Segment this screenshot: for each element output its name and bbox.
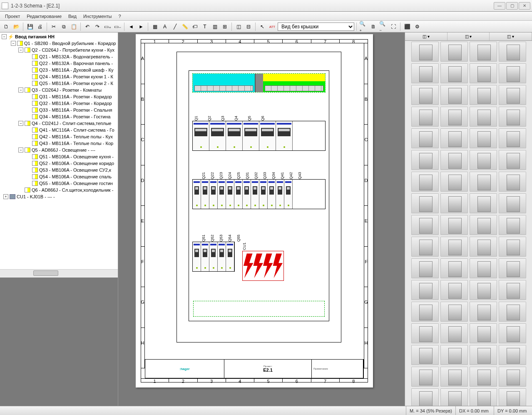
menu-tools[interactable]: Инструменты xyxy=(80,13,115,20)
palette-item[interactable] xyxy=(499,128,526,148)
tree-item[interactable]: −Q1 - SB280 - Вводной рубильник - Коридо… xyxy=(1,40,117,47)
menu-edit[interactable]: Редактирование xyxy=(23,13,65,20)
palette-item[interactable] xyxy=(440,42,468,62)
zoom-out-icon[interactable]: 🔍₋ xyxy=(379,22,388,31)
palette-item[interactable] xyxy=(470,215,497,235)
breaker-device[interactable] xyxy=(209,180,218,209)
palette-item[interactable] xyxy=(411,280,439,300)
breaker-device[interactable] xyxy=(234,180,243,209)
expander-icon[interactable]: − xyxy=(18,48,23,52)
tree-item[interactable]: +CU1 - KJ01B - --- - xyxy=(1,193,117,200)
palette-item[interactable] xyxy=(470,172,497,192)
tree-item[interactable]: Q51 - MB106A - Освещение кухня - xyxy=(1,153,117,160)
item2-icon[interactable]: ⊟ xyxy=(244,22,253,31)
palette-item[interactable] xyxy=(499,323,526,343)
palette-item[interactable] xyxy=(499,150,526,170)
palette-item[interactable] xyxy=(440,323,468,343)
palette-item[interactable] xyxy=(470,85,497,105)
tree-item[interactable]: Q33 - MB116A - Розетки - Спальня xyxy=(1,107,117,113)
palette-body[interactable] xyxy=(405,41,532,406)
palette-item[interactable] xyxy=(411,237,439,257)
expander-icon[interactable]: − xyxy=(18,121,23,126)
att-icon[interactable]: ATT xyxy=(268,22,277,31)
breaker-device[interactable] xyxy=(251,180,259,209)
palette-item[interactable] xyxy=(470,345,497,365)
breaker-device[interactable] xyxy=(259,121,276,150)
open-icon[interactable]: 📂 xyxy=(12,22,21,31)
palette-item[interactable] xyxy=(440,388,468,406)
tree-item[interactable]: Q52 - MB106A - Освещение коридо xyxy=(1,160,117,167)
tree-item[interactable]: Q24 - MB116A - Розетки кухни 1 - К xyxy=(1,73,117,80)
grid-icon[interactable]: ▦ xyxy=(150,22,159,31)
palette-item[interactable] xyxy=(411,128,439,148)
palette-item[interactable] xyxy=(470,63,497,83)
palette-item[interactable] xyxy=(440,128,468,148)
palette-item[interactable] xyxy=(499,280,526,300)
drawing-sheet[interactable]: 12345678 12345678 ABCDEFGH ABCDEFGH Q1Q2… xyxy=(136,34,373,388)
palette-item[interactable] xyxy=(499,302,526,322)
palette-item[interactable] xyxy=(499,345,526,365)
palette-item[interactable] xyxy=(411,150,439,170)
item1-icon[interactable]: ◫ xyxy=(234,22,243,31)
tree-item[interactable]: −Q3 - CD264J - Розетки - Комнаты xyxy=(1,87,117,93)
breaker-device[interactable] xyxy=(243,180,251,209)
expander-icon[interactable]: + xyxy=(3,194,8,199)
bold-t-icon[interactable]: T xyxy=(200,22,209,31)
palette-item[interactable] xyxy=(440,172,468,192)
palette-item[interactable] xyxy=(470,237,497,257)
palette-item[interactable] xyxy=(499,215,526,235)
palette-item[interactable] xyxy=(470,388,497,406)
cut-icon[interactable]: ✂ xyxy=(49,22,58,31)
tree-root-label[interactable]: Ввод питания НН xyxy=(15,34,55,39)
palette-item[interactable] xyxy=(470,323,497,343)
breaker-device[interactable] xyxy=(284,180,293,209)
palette-item[interactable] xyxy=(470,280,497,300)
palette-item[interactable] xyxy=(470,193,497,213)
palette-item[interactable] xyxy=(440,85,468,105)
undo-icon[interactable]: ↶ xyxy=(83,22,92,31)
busbar-block[interactable] xyxy=(192,73,326,92)
redo-icon[interactable]: ↷ xyxy=(93,22,102,31)
palette-item[interactable] xyxy=(440,367,468,387)
palette-item[interactable] xyxy=(470,150,497,170)
palette-item[interactable] xyxy=(440,150,468,170)
tree-item[interactable]: Q55 - MB106A - Освещение гостин xyxy=(1,180,117,187)
menu-view[interactable]: Вид xyxy=(65,13,80,20)
palette-item[interactable] xyxy=(440,63,468,83)
palette-item[interactable] xyxy=(499,85,526,105)
tree-item[interactable]: Q34 - MB116A - Розетки - Гостина xyxy=(1,113,117,120)
breaker-device[interactable] xyxy=(193,180,201,209)
palette-item[interactable] xyxy=(440,280,468,300)
palette-item[interactable] xyxy=(499,63,526,83)
electrical-panel[interactable]: Q1Q2Q3Q4Q5Q6 Q21Q22Q23Q24Q25Q31Q32Q33Q34… xyxy=(177,52,341,342)
canvas-area[interactable]: 12345678 12345678 ABCDEFGH ABCDEFGH Q1Q2… xyxy=(118,32,405,406)
new-icon[interactable]: 🗋 xyxy=(2,22,11,31)
copy-icon[interactable]: ⧉ xyxy=(59,22,68,31)
save-icon[interactable]: 💾 xyxy=(25,22,35,31)
cu1-device[interactable] xyxy=(242,251,284,281)
breaker-device[interactable] xyxy=(201,242,209,271)
pointer-icon[interactable]: ↖ xyxy=(258,22,267,31)
tree-item[interactable]: Q23 - MB116A - Духовой шкаф - Ку xyxy=(1,67,117,73)
config-icon[interactable]: ⚙ xyxy=(413,22,422,31)
palette-item[interactable] xyxy=(440,193,468,213)
palette-item[interactable] xyxy=(440,258,468,278)
palette-item[interactable] xyxy=(440,107,468,127)
maximize-button[interactable]: ▢ xyxy=(506,2,518,10)
tree-item[interactable]: Q53 - MB106A - Освещение СУ2,к xyxy=(1,167,117,173)
menu-help[interactable]: ? xyxy=(115,13,124,20)
palette-item[interactable] xyxy=(411,345,439,365)
tree-item[interactable]: −Q2 - CD264J - Потребители кухни - Кух xyxy=(1,47,117,53)
palette-item[interactable] xyxy=(411,193,439,213)
breaker-device[interactable] xyxy=(193,121,209,150)
palette-item[interactable] xyxy=(499,258,526,278)
palette-item[interactable] xyxy=(411,323,439,343)
breaker-device[interactable] xyxy=(226,180,234,209)
palette-item[interactable] xyxy=(470,302,497,322)
palette-item[interactable] xyxy=(440,345,468,365)
palette-item[interactable] xyxy=(411,302,439,322)
breaker-device[interactable] xyxy=(218,242,226,271)
palette-item[interactable] xyxy=(440,215,468,235)
palette-item[interactable] xyxy=(411,388,439,406)
palette-item[interactable] xyxy=(470,128,497,148)
